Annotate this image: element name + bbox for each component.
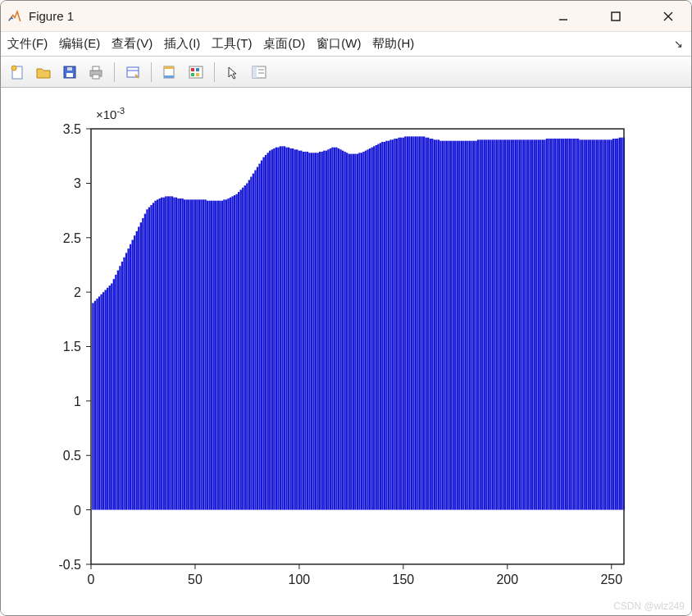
svg-rect-218 [489,139,491,509]
new-file-button[interactable] [6,61,29,84]
svg-rect-237 [529,139,530,509]
colorbar-button[interactable] [184,61,207,84]
svg-rect-27 [92,303,93,509]
svg-rect-55 [150,205,152,510]
svg-text:0.5: 0.5 [63,449,81,463]
inspect-button[interactable] [248,61,271,84]
menu-file[interactable]: 文件(F) [7,36,48,52]
svg-rect-74 [190,199,192,509]
svg-rect-72 [186,199,188,509]
svg-rect-226 [507,139,508,509]
svg-rect-142 [331,148,333,510]
svg-rect-54 [148,208,150,510]
svg-rect-31 [100,294,102,510]
minimize-button[interactable] [547,4,580,29]
svg-rect-18 [191,68,194,71]
svg-rect-65 [171,196,173,509]
window-title: Figure 1 [29,9,74,23]
svg-rect-159 [366,149,368,509]
svg-rect-66 [173,198,175,510]
svg-rect-60 [161,198,162,510]
svg-rect-205 [462,141,464,510]
svg-rect-58 [157,199,158,509]
svg-rect-272 [602,139,603,509]
svg-rect-230 [515,139,517,509]
datatip-button[interactable] [158,61,181,84]
close-button[interactable] [652,4,685,29]
svg-rect-253 [562,139,564,510]
svg-rect-167 [384,142,385,510]
menu-edit[interactable]: 编辑(E) [59,36,100,52]
svg-rect-128 [303,152,304,510]
svg-rect-120 [285,148,287,510]
menu-desktop[interactable]: 桌面(D) [263,36,305,52]
svg-rect-222 [498,139,499,509]
svg-rect-89 [221,201,223,510]
svg-rect-168 [385,141,387,510]
svg-rect-256 [569,139,571,510]
svg-rect-41 [121,262,123,510]
menu-help[interactable]: 帮助(H) [372,36,414,52]
svg-rect-136 [319,152,321,510]
svg-rect-37 [113,279,115,509]
svg-rect-8 [67,67,72,71]
svg-rect-276 [610,139,612,509]
svg-rect-254 [565,139,567,510]
svg-rect-162 [373,146,375,509]
svg-rect-255 [567,139,568,510]
menu-view[interactable]: 查看(V) [112,36,153,52]
svg-rect-238 [531,139,533,509]
maximize-button[interactable] [599,4,632,29]
svg-rect-164 [377,144,379,510]
svg-rect-137 [321,152,323,510]
menu-window[interactable]: 窗口(W) [316,36,361,52]
menu-insert[interactable]: 插入(I) [164,36,200,52]
svg-rect-172 [394,139,395,510]
svg-text:1: 1 [74,395,81,408]
svg-rect-259 [575,139,576,510]
svg-rect-277 [612,139,614,510]
svg-rect-59 [159,198,161,510]
svg-rect-273 [604,139,606,509]
svg-rect-116 [277,148,279,510]
save-button[interactable] [58,61,81,84]
pointer-button[interactable] [221,61,244,84]
print-button[interactable] [84,61,107,84]
svg-rect-125 [296,149,298,509]
svg-rect-247 [550,139,552,510]
svg-rect-122 [289,148,291,510]
svg-rect-104 [253,173,254,509]
svg-rect-246 [548,139,549,510]
svg-rect-210 [473,141,475,510]
svg-rect-227 [508,139,510,509]
svg-rect-153 [354,154,356,510]
menu-overflow-icon[interactable]: ↘ [674,38,683,50]
svg-point-5 [11,66,16,71]
svg-rect-176 [403,138,404,510]
open-button[interactable] [32,61,55,84]
svg-rect-85 [213,201,215,510]
svg-rect-197 [446,141,448,510]
svg-rect-75 [192,199,193,509]
svg-rect-108 [261,161,262,510]
svg-rect-278 [615,139,617,510]
svg-rect-50 [140,222,142,509]
print-icon [88,64,104,80]
svg-rect-36 [111,284,112,510]
svg-rect-69 [180,198,181,510]
svg-rect-154 [357,154,358,510]
svg-rect-105 [254,171,256,510]
svg-rect-150 [348,154,350,510]
link-button[interactable] [121,61,144,84]
svg-text:2: 2 [74,285,81,299]
figure-canvas[interactable]: 050100150200250-0.500.511.522.533.5×10-3… [1,88,691,615]
svg-rect-184 [419,136,421,509]
svg-rect-63 [167,196,169,509]
svg-rect-267 [592,139,594,509]
svg-rect-92 [227,198,229,510]
menu-tools[interactable]: 工具(T) [212,36,252,52]
svg-rect-266 [590,139,591,509]
datatip-icon [162,65,177,80]
svg-rect-189 [430,139,431,510]
svg-rect-275 [608,139,610,509]
